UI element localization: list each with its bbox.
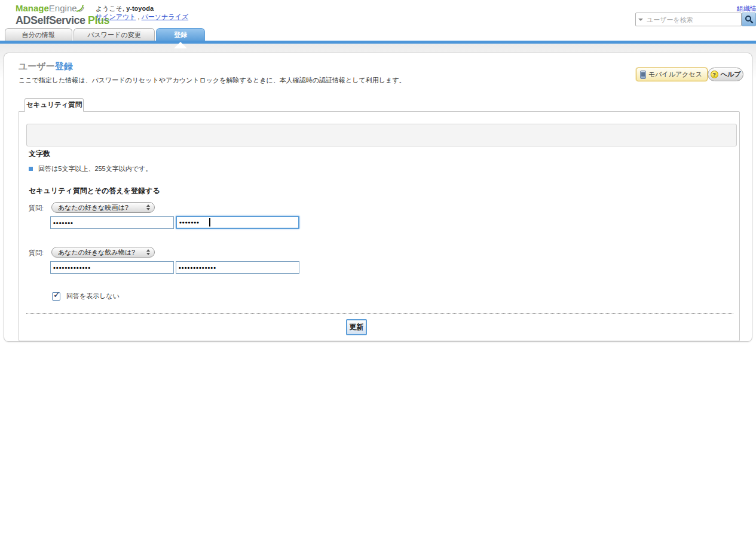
question2-answer-input[interactable] [50,261,174,274]
logo-manage-text: Manage [16,3,49,13]
security-questions-form: 文字数 回答は5文字以上、255文字以内です。 セキュリティ質問とその答えを登録… [19,111,740,341]
select-stepper-icon [146,249,150,255]
question2-select[interactable]: あなたの好きな飲み物は? [51,247,155,258]
page-title-highlight: 登録 [55,61,73,71]
question1-answer-wrap [50,216,174,229]
logo-swoosh-icon [76,4,85,15]
update-button[interactable]: 更新 [346,319,367,335]
active-tab-notch [174,42,187,48]
tab-enrollment[interactable]: 登録 [156,28,205,41]
question1-answer-input[interactable] [50,216,174,229]
form-separator [26,313,733,314]
bullet-icon [29,167,33,171]
notice-box [26,124,737,146]
tab-change-password[interactable]: パスワードの変更 [74,28,155,41]
session-links: サインアウト,パーソナライズ [96,13,188,22]
question2-confirm-wrap [176,261,299,274]
search-button[interactable] [742,13,756,26]
welcome-prefix: ようこそ, [96,5,124,12]
register-heading: セキュリティ質問とその答えを登録する [29,186,160,196]
checkmark-icon: ✓ [53,290,60,299]
magnifier-icon [745,15,754,24]
app-header: ManageEngine ADSelfService Plus ようこそ, y-… [0,0,756,28]
char-count-rule-row: 回答は5文字以上、255文字以内です。 [29,164,152,173]
page-title: ユーザー登録 [19,61,73,72]
question1-selected-option: あなたの好きな映画は? [58,203,128,212]
question1-confirm-wrap [176,216,299,228]
enrollment-panel: ユーザー登録 ここで指定した情報は、パスワードのリセットやアカウントロックを解除… [4,53,752,342]
adselfservice-plus-app: ManageEngine ADSelfService Plus ようこそ, y-… [0,0,756,560]
hide-answers-row: ✓ 回答を表示しない [52,292,120,301]
help-button[interactable]: ?ヘルプ [708,68,743,81]
signout-link[interactable]: サインアウト [96,13,136,20]
mobile-access-label: モバイルアクセス [648,70,702,79]
hide-answers-label: 回答を表示しない [66,292,120,301]
username: y-toyoda [126,5,154,12]
welcome-text: ようこそ, y-toyoda [96,4,154,13]
char-count-rule: 回答は5文字以上、255文字以内です。 [38,164,152,173]
question2-selected-option: あなたの好きな飲み物は? [58,248,135,257]
tab-my-info[interactable]: 自分の情報 [5,28,72,41]
org-info-link[interactable]: 組織情報 [737,4,756,13]
question1-label: 質問: [29,204,44,213]
tab-security-questions[interactable]: セキュリティ質問 [25,98,84,112]
page-title-prefix: ユーザー [19,61,55,71]
link-separator: , [138,13,140,20]
main-tabbar: 自分の情報 パスワードの変更 登録 [0,28,756,41]
question1-select[interactable]: あなたの好きな映画は? [51,202,155,213]
logo-engine-text: Engine [49,3,77,13]
select-stepper-icon [146,204,150,210]
question1-confirm-input[interactable] [176,216,299,229]
question2-label: 質問: [29,249,44,258]
question-mark-icon: ? [711,71,718,78]
question2-answer-wrap [50,261,174,274]
char-count-title: 文字数 [29,149,50,159]
help-label: ヘルプ [721,70,741,79]
phone-icon [640,71,646,79]
personalize-link[interactable]: パーソナライズ [142,13,189,20]
logo-adselfservice-text: ADSelfService [16,14,85,26]
question2-confirm-input[interactable] [176,261,299,274]
page-description: ここで指定した情報は、パスワードのリセットやアカウントロックを解除するときに、本… [19,76,406,85]
search-input[interactable] [635,13,742,26]
text-cursor [209,218,210,227]
search-scope-caret-icon[interactable] [638,19,643,21]
mobile-access-button[interactable]: モバイルアクセス [636,68,708,81]
hide-answers-checkbox[interactable]: ✓ [52,292,60,301]
